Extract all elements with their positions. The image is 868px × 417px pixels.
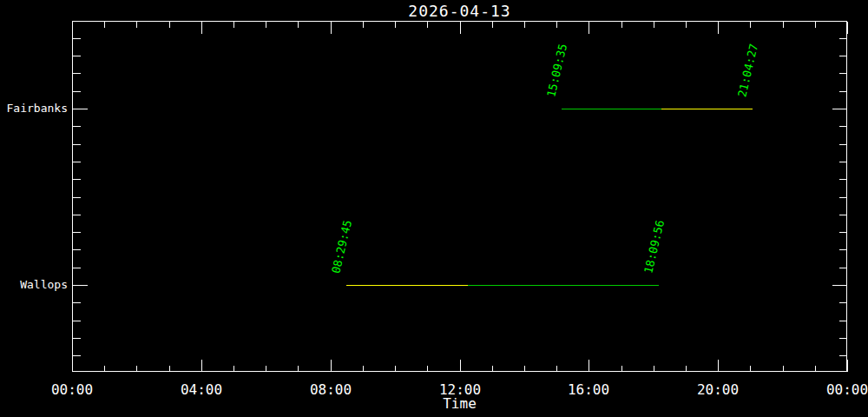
y-tick — [73, 56, 81, 56]
y-tick — [832, 109, 847, 109]
y-tick — [839, 232, 847, 233]
x-tick — [621, 366, 622, 372]
x-tick — [104, 22, 105, 28]
x-tick — [266, 22, 266, 28]
x-tick — [492, 366, 493, 372]
pass-segment — [661, 109, 753, 109]
y-tick — [839, 91, 847, 92]
x-tick — [718, 22, 719, 34]
y-tick — [839, 126, 847, 127]
x-tick — [589, 360, 589, 372]
x-tick — [783, 22, 784, 28]
y-tick — [839, 321, 847, 321]
x-tick — [847, 22, 848, 34]
y-tick — [73, 197, 81, 198]
y-tick — [73, 338, 81, 339]
chart-title: 2026-04-13 — [72, 2, 847, 20]
x-tick — [201, 360, 202, 372]
y-tick — [839, 56, 847, 56]
y-tick — [73, 179, 81, 180]
x-tick — [589, 22, 589, 34]
y-tick — [839, 215, 847, 215]
pass-schedule-chart: 2026-04-13 00:0004:0008:0012:0016:0020:0… — [0, 0, 868, 417]
y-tick — [839, 179, 847, 180]
x-tick — [556, 22, 557, 28]
y-tick — [839, 197, 847, 198]
x-tick — [524, 366, 525, 372]
x-tick — [686, 366, 687, 372]
y-tick — [839, 355, 847, 356]
x-tick — [686, 22, 687, 28]
x-tick — [427, 22, 428, 28]
pass-segment — [346, 285, 468, 286]
x-tick — [654, 22, 654, 28]
y-tick — [73, 126, 81, 127]
y-tick — [73, 73, 81, 74]
y-tick — [839, 38, 847, 39]
x-tick — [201, 22, 202, 34]
x-axis-label: Time — [72, 395, 847, 412]
x-tick — [72, 22, 73, 34]
y-tick — [73, 144, 81, 145]
x-tick — [815, 366, 816, 372]
y-tick — [73, 232, 81, 233]
x-tick — [298, 22, 299, 28]
y-axis-station-label: Fairbanks — [0, 102, 68, 116]
x-tick — [654, 366, 654, 372]
x-tick — [621, 22, 622, 28]
y-tick — [73, 321, 81, 321]
y-tick — [73, 302, 81, 303]
y-tick — [73, 38, 81, 39]
y-axis-station-label: Wallops — [0, 278, 68, 292]
x-tick — [460, 360, 461, 372]
y-tick — [73, 215, 81, 215]
y-tick — [839, 338, 847, 339]
x-tick — [298, 366, 299, 372]
y-tick — [839, 249, 847, 250]
x-tick — [104, 366, 105, 372]
y-tick — [73, 162, 81, 162]
x-tick — [331, 360, 332, 372]
x-tick — [460, 22, 461, 34]
y-tick — [73, 355, 81, 356]
x-tick — [524, 22, 525, 28]
x-tick — [815, 22, 816, 28]
x-tick — [395, 22, 396, 28]
x-tick — [136, 366, 137, 372]
x-tick — [233, 366, 234, 372]
y-tick — [73, 109, 88, 109]
y-tick — [73, 249, 81, 250]
y-tick — [832, 285, 847, 286]
y-tick — [839, 73, 847, 74]
x-tick — [750, 22, 751, 28]
x-tick — [266, 366, 266, 372]
x-tick — [750, 366, 751, 372]
x-tick — [363, 366, 364, 372]
x-tick — [395, 366, 396, 372]
y-tick — [73, 285, 88, 286]
x-tick — [718, 360, 719, 372]
y-tick — [839, 162, 847, 162]
x-tick — [169, 366, 170, 372]
x-tick — [427, 366, 428, 372]
x-tick — [556, 366, 557, 372]
y-tick — [839, 144, 847, 145]
x-tick — [233, 22, 234, 28]
y-tick — [839, 302, 847, 303]
plot-frame — [72, 21, 847, 372]
x-tick — [169, 22, 170, 28]
x-tick — [492, 22, 493, 28]
y-tick — [839, 268, 847, 268]
pass-segment — [468, 285, 659, 286]
x-tick — [72, 360, 73, 372]
x-tick — [847, 360, 848, 372]
x-tick — [331, 22, 332, 34]
x-tick — [136, 22, 137, 28]
x-tick — [783, 366, 784, 372]
y-tick — [73, 91, 81, 92]
x-tick — [363, 22, 364, 28]
pass-segment — [562, 109, 661, 109]
y-tick — [73, 268, 81, 268]
